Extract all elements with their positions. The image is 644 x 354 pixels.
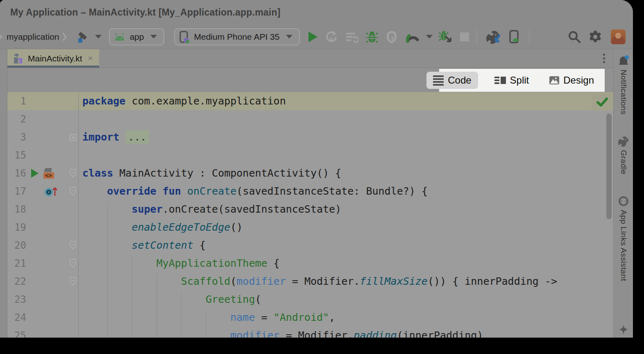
right-tool-stripe: Notifications Gradle A [613, 49, 633, 338]
fold-marker-icon[interactable] [68, 277, 78, 286]
view-mode-design[interactable]: Design [545, 72, 598, 89]
tab-mainactivity[interactable]: MainActivity.kt × [7, 49, 99, 68]
breadcrumb[interactable]: myapplication [7, 32, 59, 42]
screen: My Application – MainActivity.kt [My_App… [0, 0, 644, 354]
code-line[interactable]: 24 name = "Android", [7, 309, 613, 327]
svg-text:<>: <> [45, 172, 52, 179]
code-line[interactable]: 21 MyApplicationTheme { [7, 254, 613, 272]
code-text: import ... [79, 128, 149, 146]
run-button[interactable] [308, 32, 317, 42]
compose-preview-icon[interactable]: <> [41, 167, 55, 179]
chevron-left-edge-icon [0, 33, 4, 41]
code-text: name = "Android", [79, 309, 335, 327]
code-text: Greeting( [79, 290, 261, 309]
gutter: 19 [7, 218, 79, 236]
notifications-bell-icon [617, 55, 630, 66]
code-line[interactable]: 3import ... [7, 128, 613, 146]
code-line[interactable]: 17 override fun onCreate(savedInstanceSt… [7, 182, 613, 200]
build-dropdown-caret-icon[interactable] [95, 35, 102, 39]
code-line[interactable]: 15 [7, 146, 613, 164]
fold-marker-icon[interactable] [68, 241, 78, 250]
tool-stripe-notifications[interactable]: Notifications [617, 55, 630, 115]
run-class-icon[interactable] [31, 169, 39, 178]
gutter: 1 [7, 92, 79, 110]
apply-code-changes-icon [345, 31, 358, 43]
code-text: setContent { [79, 236, 206, 254]
code-text: package com.example.myapplication [79, 92, 286, 110]
run-configuration-selector[interactable]: app [109, 28, 164, 45]
line-number: 21 [7, 258, 26, 269]
gradle-label: Gradle [619, 150, 628, 175]
overrides-method-icon[interactable] [43, 185, 58, 197]
design-view-label: Design [563, 75, 594, 86]
debug-button[interactable] [366, 30, 378, 43]
fold-marker-icon[interactable] [68, 187, 78, 196]
line-number: 24 [7, 312, 26, 323]
attach-debugger-icon[interactable] [439, 30, 453, 43]
gutter: 16<> [7, 164, 79, 182]
split-view-icon [494, 77, 506, 84]
code-line[interactable]: 25 modifier = Modifier.padding(innerPadd… [7, 327, 613, 338]
kotlin-file-icon [12, 53, 24, 64]
view-mode-code[interactable]: Code [426, 72, 478, 89]
code-line[interactable]: 20 setContent { [7, 236, 613, 254]
code-text: super.onCreate(savedInstanceState) [79, 200, 341, 218]
gutter: 15 [7, 146, 79, 164]
tab-label: MainActivity.kt [28, 54, 82, 64]
inspection-status-widget[interactable] [592, 93, 613, 111]
gutter: 3 [7, 128, 79, 146]
code-editor[interactable]: 1package com.example.myapplication23impo… [7, 92, 613, 338]
line-number: 17 [7, 186, 26, 197]
code-line[interactable]: 23 Greeting( [7, 290, 613, 309]
editor-toolbar-strip: Code Split Design [7, 68, 613, 92]
tab-options-kebab-icon[interactable] [603, 54, 605, 63]
view-mode-split[interactable]: Split [490, 72, 533, 89]
tab-close-icon[interactable]: × [88, 54, 93, 63]
user-avatar[interactable] [611, 30, 626, 44]
toolbar-separator [477, 30, 477, 44]
settings-gear-icon[interactable] [588, 30, 602, 44]
line-number: 20 [7, 240, 26, 251]
code-line[interactable]: 19 enableEdgeToEdge() [7, 218, 613, 236]
tool-stripe-app-links[interactable]: App Links Assistant [617, 196, 630, 281]
fold-marker-icon[interactable] [68, 169, 78, 178]
fold-marker-icon[interactable] [68, 134, 78, 141]
gradle-sync-icon[interactable] [485, 30, 501, 44]
code-line[interactable]: 2 [7, 110, 613, 128]
build-hammer-icon[interactable] [77, 31, 89, 43]
design-view-icon [549, 76, 559, 84]
code-view-label: Code [448, 75, 471, 86]
editor-tab-bar: MainActivity.kt × [7, 49, 613, 68]
tool-stripe-gradle[interactable]: Gradle [617, 136, 630, 175]
split-view-label: Split [510, 75, 529, 86]
notifications-label: Notifications [619, 70, 628, 115]
left-tool-stripe [0, 49, 7, 338]
android-studio-window: My Application – MainActivity.kt [My_App… [0, 0, 633, 338]
code-line[interactable]: 16<>class MainActivity : ComponentActivi… [7, 164, 613, 182]
gutter: 17 [7, 182, 79, 200]
code-line[interactable]: 22 Scaffold(modifier = Modifier.fillMaxS… [7, 272, 613, 290]
code-line[interactable]: 1package com.example.myapplication [7, 92, 613, 110]
device-selector[interactable]: Medium Phone API 35 [174, 28, 300, 45]
code-line[interactable]: 18 super.onCreate(savedInstanceState) [7, 200, 613, 218]
profiler-gauge-icon[interactable] [405, 31, 420, 43]
tool-stripe-gemini[interactable] [617, 324, 630, 337]
editor-scrollbar[interactable] [606, 113, 612, 219]
gutter: 25 [7, 327, 79, 338]
device-selector-label: Medium Phone API 35 [194, 32, 279, 42]
search-everywhere-icon[interactable] [568, 30, 581, 43]
apply-changes-restart-icon: A [325, 30, 338, 43]
line-number: 3 [7, 132, 26, 143]
line-number: 16 [7, 168, 26, 179]
main-toolbar: myapplication [0, 25, 633, 49]
line-number: 1 [7, 95, 26, 107]
profiler-caret-icon[interactable] [426, 35, 433, 39]
line-number: 15 [7, 150, 26, 161]
chevron-separator-icon [62, 32, 67, 41]
fold-marker-icon[interactable] [68, 259, 78, 268]
device-manager-icon[interactable] [509, 30, 521, 44]
line-number: 22 [7, 276, 26, 287]
gutter: 2 [7, 110, 79, 128]
indent-guide [156, 275, 157, 338]
line-number: 2 [7, 113, 26, 125]
